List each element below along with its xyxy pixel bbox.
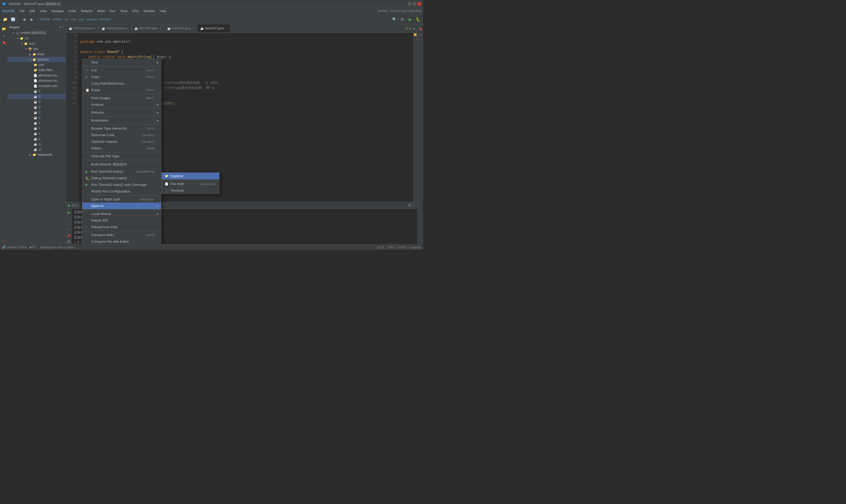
tree-item-D5[interactable]: ☕ D	[8, 110, 66, 115]
tree-item-yan[interactable]: ▼ 📦 yan	[8, 46, 66, 52]
ctx-cut[interactable]: ✂ Cut Ctrl+X	[82, 67, 161, 73]
ctx-delete[interactable]: Delete... Delete	[82, 145, 161, 151]
ctx-bookmarks[interactable]: Bookmarks	[82, 117, 161, 124]
crlf[interactable]: CRLF	[387, 246, 395, 249]
run-icon-left: ▶	[68, 204, 71, 207]
menu-window[interactable]: Window	[142, 9, 157, 14]
sidebar-project-icon[interactable]: 📂	[1, 25, 7, 32]
ctx-build-module[interactable]: Build Module '基础语法'	[82, 161, 161, 168]
menu-edit[interactable]: Edit	[27, 9, 37, 14]
tree-item-allclasses-fra[interactable]: 📄 allclasses-fra...	[8, 73, 66, 78]
context-menu-overlay[interactable]: New ✂ Cut Ctrl+X ⧉ Copy Ctrl+C	[66, 24, 417, 202]
tree-item-src[interactable]: ▼ 📁 src	[8, 36, 66, 41]
ctx-compare-with[interactable]: Compare With... Ctrl+D	[82, 232, 161, 238]
sub-explorer[interactable]: 📁 Explorer	[162, 173, 219, 179]
ctx-optimize-imports[interactable]: Optimize Imports Ctrl+Alt+O	[82, 138, 161, 145]
toolbar-project-btn[interactable]: 📁	[2, 16, 8, 23]
tree-item-com[interactable]: ▼ 📁 com	[8, 41, 66, 46]
run-pin-btn[interactable]: 📌	[66, 233, 72, 238]
run-up-btn[interactable]: ↑	[66, 216, 72, 221]
tree-item-D1[interactable]: ☕ D	[8, 89, 66, 94]
ctx-copy[interactable]: ⧉ Copy Ctrl+C	[82, 73, 161, 80]
run-wrap-btn[interactable]: ↩	[66, 228, 72, 232]
tree-item-o[interactable]: ☕ o	[8, 131, 66, 136]
menu-build[interactable]: Build	[95, 9, 107, 14]
menu-run[interactable]: Run	[107, 9, 118, 14]
toolbar-settings-btn[interactable]: ⚙	[399, 16, 406, 23]
toolbar-back-btn[interactable]: ◀	[20, 16, 27, 23]
run-clear-btn[interactable]: 🗑	[66, 239, 72, 244]
menu-vcs[interactable]: VCS	[130, 9, 141, 14]
ctx-reformat[interactable]: Reformat Code Ctrl+Alt+L	[82, 132, 161, 138]
run-label-status[interactable]: ▶ R...	[30, 246, 37, 249]
ctx-debug[interactable]: 🐛 Debug 'Demo02.main()'	[82, 175, 161, 181]
version-control-label[interactable]: 🔗 Version Control	[2, 246, 26, 249]
tree-item-helloworld[interactable]: ▶ 📁 Helloworld	[8, 152, 66, 157]
ctx-local-history[interactable]: Local History	[82, 211, 161, 217]
tree-item-allclasses-no[interactable]: 📄 allclasses-no...	[8, 78, 66, 83]
run-down-btn[interactable]: ↓	[66, 221, 72, 227]
ctx-find-usages[interactable]: Find Usages Alt+F7	[82, 95, 161, 101]
ctx-override-file-type[interactable]: Override File Type	[82, 153, 161, 159]
tree-gear-icon[interactable]: ⚙	[59, 25, 62, 29]
ctx-run[interactable]: ▶ Run 'Demo02.main()' Ctrl+Shift+F10	[82, 168, 161, 175]
sidebar-bookmark-icon[interactable]: 🔖	[1, 39, 7, 46]
menu-tools[interactable]: Tools	[118, 9, 130, 14]
bottom-settings-icon[interactable]: ⚙	[408, 203, 411, 207]
tree-item-constant[interactable]: 📄 constant-valu...	[8, 83, 66, 89]
menu-navigate[interactable]: Navigate	[49, 9, 66, 14]
tree-item-sc[interactable]: ☕ sc	[8, 142, 66, 147]
close-button[interactable]: ✕	[417, 2, 421, 6]
tree-item-ir[interactable]: ☕ ir	[8, 126, 66, 131]
toolbar-debug-btn[interactable]: 🐛	[415, 16, 421, 23]
menu-view[interactable]: View	[38, 9, 49, 14]
menu-help[interactable]: Help	[157, 9, 168, 14]
toolbar-sync-btn[interactable]: 🔄	[10, 16, 16, 23]
app-icon: 🔷	[2, 2, 6, 6]
ctx-new[interactable]: New	[82, 59, 161, 66]
ctx-browse-hierarchy[interactable]: Browse Type Hierarchy Ctrl+H	[82, 125, 161, 132]
bookmarks-icon[interactable]: 🔖	[417, 25, 424, 32]
tree-item-operator[interactable]: ▼ 📁 operator	[8, 57, 66, 62]
tree-item-sf[interactable]: ☕ sf	[8, 147, 66, 152]
menu-code[interactable]: Code	[66, 9, 78, 14]
ctx-open-right-split[interactable]: Open in Right Split Shift+Enter	[82, 196, 161, 202]
toolbar-forward-btn[interactable]: ▶	[28, 16, 35, 23]
tree-item-d[interactable]: ☕ d	[8, 115, 66, 120]
tree-item-D4[interactable]: ☕ D	[8, 105, 66, 110]
toolbar-search-btn[interactable]: 🔍	[391, 16, 398, 23]
ctx-open-in[interactable]: Open In	[82, 202, 161, 209]
ctx-compare-editor[interactable]: Compare File with Editor	[82, 238, 161, 244]
menu-file[interactable]: File	[17, 9, 27, 14]
tree-close-icon[interactable]: ×	[63, 25, 64, 29]
sub-file-path[interactable]: 📄 File Path Ctrl+Alt+F12	[162, 181, 219, 187]
tree-item-base[interactable]: ▶ 📁 Base	[8, 52, 66, 57]
ctx-analyze[interactable]: Analyze	[82, 101, 161, 108]
tree-item-com2[interactable]: 📁 com	[8, 62, 66, 68]
menu-refactor[interactable]: Refactor	[79, 9, 95, 14]
tree-item-D3[interactable]: ☕ D	[8, 99, 66, 105]
ctx-refactor[interactable]: Refactor	[82, 109, 161, 116]
tree-item-D2[interactable]: ☕ D	[8, 94, 66, 99]
sidebar-terminal-icon[interactable]: ⬛	[1, 238, 7, 244]
ctx-run-coverage[interactable]: ▶ Run 'Demo02.main()' with Coverage	[82, 181, 161, 188]
maximize-button[interactable]: □	[413, 2, 416, 6]
ctx-paste[interactable]: 📋 Paste Ctrl+V	[82, 87, 161, 93]
sidebar-structure-icon[interactable]: ≡	[1, 32, 7, 39]
file-encoding[interactable]: UTF-8	[398, 246, 406, 249]
run-play-btn[interactable]: ▶	[66, 210, 72, 215]
tree-item-h[interactable]: ☕ h	[8, 120, 66, 126]
tree-item-project[interactable]: ▼ 🗂 untitled [基础语法]	[8, 30, 66, 36]
ctx-modify-run[interactable]: Modify Run Configuration...	[82, 188, 161, 195]
indent[interactable]: 4 spaces	[409, 246, 421, 249]
toolbar-run-btn[interactable]: ▶	[407, 16, 414, 23]
tree-item-index[interactable]: 📁 index-files	[8, 68, 66, 73]
structure-icon[interactable]: ≡	[417, 32, 424, 38]
bottom-minimize-icon[interactable]: ─	[413, 203, 415, 207]
ctx-reload[interactable]: Reload from Disk	[82, 224, 161, 230]
ctx-repair-ide[interactable]: Repair IDE	[82, 217, 161, 224]
sub-terminal[interactable]: ⬛ Terminal	[162, 187, 219, 194]
minimize-button[interactable]: ─	[408, 2, 412, 6]
ctx-copy-path[interactable]: Copy Path/Reference...	[82, 80, 161, 87]
tree-item-p[interactable]: ☕ p	[8, 136, 66, 142]
